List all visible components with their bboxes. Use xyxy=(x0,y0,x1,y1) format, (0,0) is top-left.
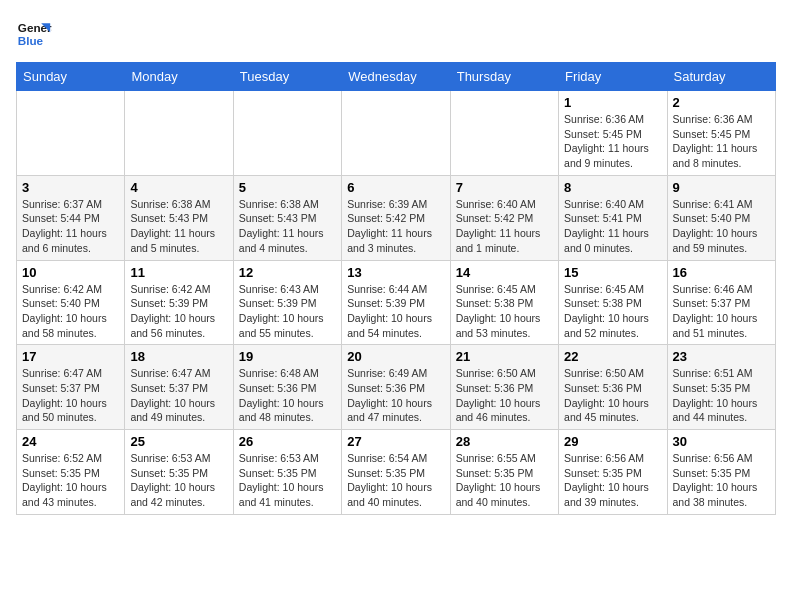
logo: General Blue xyxy=(16,16,56,52)
day-number: 15 xyxy=(564,265,661,280)
calendar-cell: 19Sunrise: 6:48 AMSunset: 5:36 PMDayligh… xyxy=(233,345,341,430)
calendar-cell: 13Sunrise: 6:44 AMSunset: 5:39 PMDayligh… xyxy=(342,260,450,345)
calendar-cell: 23Sunrise: 6:51 AMSunset: 5:35 PMDayligh… xyxy=(667,345,775,430)
calendar-cell: 18Sunrise: 6:47 AMSunset: 5:37 PMDayligh… xyxy=(125,345,233,430)
calendar-cell: 9Sunrise: 6:41 AMSunset: 5:40 PMDaylight… xyxy=(667,175,775,260)
calendar-cell: 7Sunrise: 6:40 AMSunset: 5:42 PMDaylight… xyxy=(450,175,558,260)
day-number: 24 xyxy=(22,434,119,449)
calendar-cell: 10Sunrise: 6:42 AMSunset: 5:40 PMDayligh… xyxy=(17,260,125,345)
day-info: Sunrise: 6:52 AMSunset: 5:35 PMDaylight:… xyxy=(22,451,119,510)
day-number: 30 xyxy=(673,434,770,449)
day-number: 8 xyxy=(564,180,661,195)
day-number: 6 xyxy=(347,180,444,195)
calendar-cell: 29Sunrise: 6:56 AMSunset: 5:35 PMDayligh… xyxy=(559,430,667,515)
calendar-cell: 8Sunrise: 6:40 AMSunset: 5:41 PMDaylight… xyxy=(559,175,667,260)
day-info: Sunrise: 6:50 AMSunset: 5:36 PMDaylight:… xyxy=(456,366,553,425)
calendar-cell xyxy=(125,91,233,176)
day-number: 3 xyxy=(22,180,119,195)
day-info: Sunrise: 6:43 AMSunset: 5:39 PMDaylight:… xyxy=(239,282,336,341)
day-info: Sunrise: 6:53 AMSunset: 5:35 PMDaylight:… xyxy=(239,451,336,510)
day-number: 26 xyxy=(239,434,336,449)
day-info: Sunrise: 6:56 AMSunset: 5:35 PMDaylight:… xyxy=(673,451,770,510)
day-info: Sunrise: 6:53 AMSunset: 5:35 PMDaylight:… xyxy=(130,451,227,510)
day-number: 14 xyxy=(456,265,553,280)
day-info: Sunrise: 6:49 AMSunset: 5:36 PMDaylight:… xyxy=(347,366,444,425)
day-info: Sunrise: 6:36 AMSunset: 5:45 PMDaylight:… xyxy=(564,112,661,171)
weekday-header-row: SundayMondayTuesdayWednesdayThursdayFrid… xyxy=(17,63,776,91)
day-number: 16 xyxy=(673,265,770,280)
day-number: 20 xyxy=(347,349,444,364)
day-info: Sunrise: 6:38 AMSunset: 5:43 PMDaylight:… xyxy=(239,197,336,256)
svg-text:Blue: Blue xyxy=(18,34,44,47)
day-info: Sunrise: 6:40 AMSunset: 5:41 PMDaylight:… xyxy=(564,197,661,256)
weekday-header-wednesday: Wednesday xyxy=(342,63,450,91)
day-info: Sunrise: 6:39 AMSunset: 5:42 PMDaylight:… xyxy=(347,197,444,256)
day-info: Sunrise: 6:44 AMSunset: 5:39 PMDaylight:… xyxy=(347,282,444,341)
day-number: 27 xyxy=(347,434,444,449)
calendar-cell: 24Sunrise: 6:52 AMSunset: 5:35 PMDayligh… xyxy=(17,430,125,515)
calendar-cell: 15Sunrise: 6:45 AMSunset: 5:38 PMDayligh… xyxy=(559,260,667,345)
weekday-header-saturday: Saturday xyxy=(667,63,775,91)
day-number: 25 xyxy=(130,434,227,449)
day-number: 17 xyxy=(22,349,119,364)
day-number: 13 xyxy=(347,265,444,280)
day-number: 23 xyxy=(673,349,770,364)
calendar-cell: 20Sunrise: 6:49 AMSunset: 5:36 PMDayligh… xyxy=(342,345,450,430)
weekday-header-thursday: Thursday xyxy=(450,63,558,91)
day-number: 4 xyxy=(130,180,227,195)
day-info: Sunrise: 6:56 AMSunset: 5:35 PMDaylight:… xyxy=(564,451,661,510)
day-info: Sunrise: 6:45 AMSunset: 5:38 PMDaylight:… xyxy=(456,282,553,341)
calendar-cell: 27Sunrise: 6:54 AMSunset: 5:35 PMDayligh… xyxy=(342,430,450,515)
day-info: Sunrise: 6:55 AMSunset: 5:35 PMDaylight:… xyxy=(456,451,553,510)
calendar-cell xyxy=(17,91,125,176)
calendar-cell: 3Sunrise: 6:37 AMSunset: 5:44 PMDaylight… xyxy=(17,175,125,260)
calendar-cell: 17Sunrise: 6:47 AMSunset: 5:37 PMDayligh… xyxy=(17,345,125,430)
day-number: 11 xyxy=(130,265,227,280)
day-info: Sunrise: 6:51 AMSunset: 5:35 PMDaylight:… xyxy=(673,366,770,425)
day-info: Sunrise: 6:42 AMSunset: 5:39 PMDaylight:… xyxy=(130,282,227,341)
day-info: Sunrise: 6:41 AMSunset: 5:40 PMDaylight:… xyxy=(673,197,770,256)
logo-icon: General Blue xyxy=(16,16,52,52)
calendar-cell xyxy=(450,91,558,176)
calendar-cell: 5Sunrise: 6:38 AMSunset: 5:43 PMDaylight… xyxy=(233,175,341,260)
calendar-cell: 16Sunrise: 6:46 AMSunset: 5:37 PMDayligh… xyxy=(667,260,775,345)
day-info: Sunrise: 6:46 AMSunset: 5:37 PMDaylight:… xyxy=(673,282,770,341)
calendar-cell: 14Sunrise: 6:45 AMSunset: 5:38 PMDayligh… xyxy=(450,260,558,345)
day-number: 12 xyxy=(239,265,336,280)
day-info: Sunrise: 6:54 AMSunset: 5:35 PMDaylight:… xyxy=(347,451,444,510)
day-info: Sunrise: 6:36 AMSunset: 5:45 PMDaylight:… xyxy=(673,112,770,171)
week-row-3: 10Sunrise: 6:42 AMSunset: 5:40 PMDayligh… xyxy=(17,260,776,345)
calendar-cell: 25Sunrise: 6:53 AMSunset: 5:35 PMDayligh… xyxy=(125,430,233,515)
day-info: Sunrise: 6:37 AMSunset: 5:44 PMDaylight:… xyxy=(22,197,119,256)
day-number: 22 xyxy=(564,349,661,364)
week-row-5: 24Sunrise: 6:52 AMSunset: 5:35 PMDayligh… xyxy=(17,430,776,515)
calendar-cell: 28Sunrise: 6:55 AMSunset: 5:35 PMDayligh… xyxy=(450,430,558,515)
week-row-2: 3Sunrise: 6:37 AMSunset: 5:44 PMDaylight… xyxy=(17,175,776,260)
calendar-cell: 11Sunrise: 6:42 AMSunset: 5:39 PMDayligh… xyxy=(125,260,233,345)
calendar-cell: 1Sunrise: 6:36 AMSunset: 5:45 PMDaylight… xyxy=(559,91,667,176)
calendar-cell: 21Sunrise: 6:50 AMSunset: 5:36 PMDayligh… xyxy=(450,345,558,430)
day-number: 19 xyxy=(239,349,336,364)
weekday-header-sunday: Sunday xyxy=(17,63,125,91)
week-row-1: 1Sunrise: 6:36 AMSunset: 5:45 PMDaylight… xyxy=(17,91,776,176)
day-number: 7 xyxy=(456,180,553,195)
day-number: 18 xyxy=(130,349,227,364)
calendar-cell xyxy=(233,91,341,176)
day-info: Sunrise: 6:48 AMSunset: 5:36 PMDaylight:… xyxy=(239,366,336,425)
day-info: Sunrise: 6:45 AMSunset: 5:38 PMDaylight:… xyxy=(564,282,661,341)
calendar-cell: 12Sunrise: 6:43 AMSunset: 5:39 PMDayligh… xyxy=(233,260,341,345)
day-number: 2 xyxy=(673,95,770,110)
day-info: Sunrise: 6:40 AMSunset: 5:42 PMDaylight:… xyxy=(456,197,553,256)
day-info: Sunrise: 6:38 AMSunset: 5:43 PMDaylight:… xyxy=(130,197,227,256)
day-number: 5 xyxy=(239,180,336,195)
day-info: Sunrise: 6:42 AMSunset: 5:40 PMDaylight:… xyxy=(22,282,119,341)
weekday-header-monday: Monday xyxy=(125,63,233,91)
weekday-header-friday: Friday xyxy=(559,63,667,91)
day-info: Sunrise: 6:47 AMSunset: 5:37 PMDaylight:… xyxy=(130,366,227,425)
calendar-cell: 22Sunrise: 6:50 AMSunset: 5:36 PMDayligh… xyxy=(559,345,667,430)
day-number: 28 xyxy=(456,434,553,449)
week-row-4: 17Sunrise: 6:47 AMSunset: 5:37 PMDayligh… xyxy=(17,345,776,430)
day-number: 1 xyxy=(564,95,661,110)
day-info: Sunrise: 6:50 AMSunset: 5:36 PMDaylight:… xyxy=(564,366,661,425)
calendar-cell: 26Sunrise: 6:53 AMSunset: 5:35 PMDayligh… xyxy=(233,430,341,515)
